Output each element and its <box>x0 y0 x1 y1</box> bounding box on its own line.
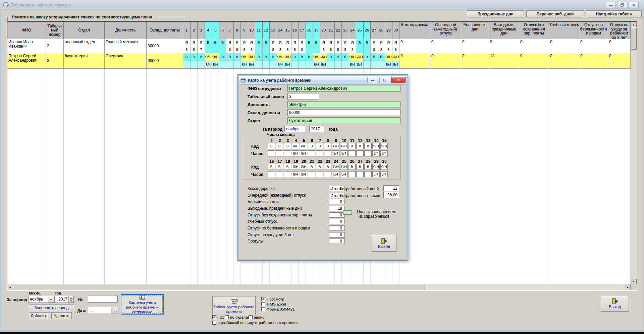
restore-button[interactable] <box>617 2 627 8</box>
hours-cell-input[interactable]: 8/4 <box>380 150 388 156</box>
day-column-header[interactable]: 18 <box>306 22 313 39</box>
hours-cell-input[interactable] <box>276 171 283 177</box>
hours-cell-input[interactable] <box>284 171 291 177</box>
hours-cell-input[interactable] <box>316 171 323 177</box>
hours-cell-input[interactable]: 8/4 <box>292 171 299 177</box>
hours-cell-input[interactable] <box>348 171 356 177</box>
hours-cell-input[interactable]: 8/4 <box>380 171 388 177</box>
hours-cell-input[interactable]: 8/4 <box>372 171 380 177</box>
code-cell-input[interactable]: В <box>364 143 372 149</box>
toolbar-button-2[interactable]: Настройка табеля <box>586 10 642 17</box>
day-column-header[interactable]: 10 <box>248 22 256 39</box>
employee-card-button[interactable]: Карточка учета рабочего времени сотрудни… <box>121 294 164 315</box>
code-cell-input[interactable]: Я/Н <box>292 164 299 170</box>
number-input[interactable] <box>88 295 118 303</box>
code-cell-input[interactable]: В <box>284 143 291 149</box>
combobox-dropdown-button[interactable] <box>48 296 54 303</box>
dialog-close-button[interactable]: ✕ <box>391 77 406 83</box>
print-option-2[interactable]: Форма 0504421 <box>261 307 295 311</box>
hours-cell-input[interactable] <box>348 150 356 156</box>
code-cell-input[interactable]: В <box>284 164 291 170</box>
add-button[interactable]: Добавить <box>29 312 50 319</box>
hours-cell-input[interactable] <box>268 150 275 156</box>
breakdown-option[interactable]: с разбивкой по виду отработанного времен… <box>212 321 298 325</box>
code-cell-input[interactable]: В <box>308 164 315 170</box>
dialog-minimize-button[interactable]: ▬ <box>367 77 378 83</box>
period-month-input[interactable]: ноябрь <box>284 126 305 132</box>
day-column-header[interactable]: 25 <box>356 22 364 39</box>
day-column-header[interactable]: 17 <box>299 22 306 39</box>
summary-column-header[interactable]: Больничные дни <box>461 22 489 39</box>
counter-input[interactable]: 0 <box>329 199 345 204</box>
hours-cell-input[interactable] <box>316 150 323 156</box>
hours-cell-input[interactable]: 8/4 <box>372 150 380 156</box>
table-row[interactable]: Иванов Иван Иванович2плановый отделГлавн… <box>7 39 631 53</box>
hours-cell-input[interactable]: 8/4 <box>292 150 299 156</box>
summary-column-header[interactable]: Учебный отпуск <box>549 22 579 39</box>
code-cell-input[interactable]: В <box>316 143 323 149</box>
form-option-2[interactable]: аванс <box>249 315 264 319</box>
form-option-0[interactable]: ✓Т13 <box>212 315 224 319</box>
day-column-header[interactable]: 5 <box>212 22 219 39</box>
day-column-header[interactable]: 22 <box>335 22 342 39</box>
day-column-header[interactable]: 27 <box>371 22 378 39</box>
hours-cell-input[interactable] <box>276 150 283 156</box>
summary-column-header[interactable]: Выходные, праздничные дни <box>489 22 519 39</box>
code-cell-input[interactable]: Я/Н <box>300 143 307 149</box>
code-cell-input[interactable]: Я/Н <box>372 164 380 170</box>
summary-column-header[interactable]: Отпуск без сохранения зар. платы <box>519 22 549 39</box>
code-cell-input[interactable]: Я/Н <box>332 164 339 170</box>
date-input[interactable]: . . <box>88 307 111 314</box>
day-column-header[interactable]: 9 <box>241 22 248 39</box>
dialog-maximize-button[interactable]: ▢ <box>379 77 390 83</box>
hours-cell-input[interactable]: 8/4 <box>300 171 307 177</box>
spinner-up-button[interactable] <box>69 296 73 299</box>
day-column-header[interactable]: 4 <box>205 22 212 39</box>
print-timesheet-button[interactable]: Табель учета рабочего времени <box>212 296 256 315</box>
code-cell-input[interactable]: В <box>348 164 356 170</box>
table-row[interactable]: Петров Сергей Александрович3бухгалтерияЭ… <box>7 53 631 69</box>
hours-cell-input[interactable]: 8/4 <box>340 150 347 156</box>
day-column-header[interactable]: 23 <box>342 22 349 39</box>
code-cell-input[interactable]: В <box>268 143 275 149</box>
code-cell-input[interactable]: Я/Н <box>292 143 299 149</box>
day-column-header[interactable]: 21 <box>327 22 335 39</box>
hours-cell-input[interactable] <box>364 150 372 156</box>
vertical-scroll-thumb[interactable] <box>631 27 637 50</box>
day-column-header[interactable]: 16 <box>291 22 299 39</box>
date-browse-button[interactable]: ... <box>112 307 118 314</box>
personnel-number-input[interactable]: 3 <box>287 93 319 100</box>
day-column-header[interactable]: 20 <box>320 22 328 39</box>
code-cell-input[interactable]: В <box>308 143 315 149</box>
column-header-salary[interactable]: Оклад, доплаты <box>147 22 183 39</box>
hours-cell-input[interactable] <box>308 150 315 156</box>
hours-cell-input[interactable] <box>364 171 372 177</box>
code-cell-input[interactable]: В <box>276 143 283 149</box>
day-column-header[interactable]: 30 <box>392 22 400 39</box>
day-column-header[interactable]: 19 <box>313 22 320 39</box>
form-option-1[interactable]: по отделам <box>225 315 251 319</box>
column-header-department[interactable]: Отдел <box>64 22 105 39</box>
toolbar-button-1[interactable]: Перенос раб. дней <box>526 10 584 17</box>
delete-button[interactable]: Удалить <box>51 312 72 319</box>
day-column-header[interactable]: 2 <box>191 22 198 39</box>
hours-cell-input[interactable] <box>324 150 331 156</box>
code-cell-input[interactable]: Я/Н <box>380 164 388 170</box>
hours-cell-input[interactable]: 8/4 <box>332 150 339 156</box>
code-cell-input[interactable]: В <box>356 164 364 170</box>
employee-name-input[interactable]: Петров Сергей Александрович <box>287 85 400 92</box>
month-combobox[interactable]: ноябрь <box>28 296 54 303</box>
code-cell-input[interactable]: Я/Н <box>300 164 307 170</box>
day-column-header[interactable]: 8 <box>234 22 241 39</box>
scroll-down-arrow[interactable]: ▼ <box>631 279 637 284</box>
day-column-header[interactable]: 11 <box>255 22 263 39</box>
hours-cell-input[interactable] <box>356 171 364 177</box>
vertical-scrollbar[interactable]: ▲ ▼ <box>631 22 637 284</box>
minimize-button[interactable]: ▬ <box>606 2 616 8</box>
department-input[interactable]: бухгалтерия <box>287 117 400 124</box>
salary-input[interactable]: 90000 <box>287 109 400 116</box>
close-button[interactable]: ✕ <box>629 2 639 8</box>
column-header-fio[interactable]: ФИО <box>7 22 46 39</box>
summary-column-header[interactable]: Отпуск по уходу за ребенком до 3 лет <box>608 22 631 39</box>
main-exit-button[interactable]: Выход <box>601 296 629 312</box>
